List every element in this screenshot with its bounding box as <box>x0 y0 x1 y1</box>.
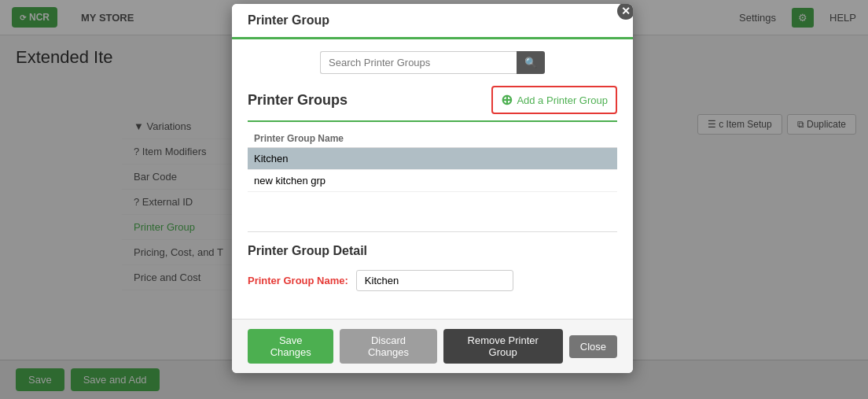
printer-group-name-input[interactable] <box>356 270 513 291</box>
add-icon: ⊕ <box>501 91 513 109</box>
section-divider <box>248 231 617 232</box>
spacer <box>248 200 617 224</box>
search-bar: 🔍 <box>248 51 617 74</box>
printer-group-name-field-row: Printer Group Name: <box>248 270 617 291</box>
add-printer-group-button[interactable]: ⊕ Add a Printer Group <box>491 86 617 114</box>
printer-groups-table: Printer Group Name Kitchen new kitchen g… <box>248 130 617 192</box>
close-icon: ✕ <box>621 4 631 20</box>
search-button[interactable]: 🔍 <box>517 51 545 74</box>
modal-header: Printer Group ✕ <box>232 4 633 39</box>
table-cell-kitchen: Kitchen <box>248 148 617 170</box>
table-row[interactable]: new kitchen grp <box>248 170 617 192</box>
discard-changes-button[interactable]: Discard Changes <box>340 329 436 364</box>
modal-title: Printer Group <box>248 13 329 28</box>
modal-footer: Save Changes Discard Changes Remove Prin… <box>232 319 633 373</box>
table-cell-new-kitchen: new kitchen grp <box>248 170 617 192</box>
section-header: Printer Groups ⊕ Add a Printer Group <box>248 86 617 122</box>
printer-group-name-label: Printer Group Name: <box>248 275 348 286</box>
printer-group-modal: Printer Group ✕ 🔍 Printer Groups ⊕ Add a… <box>232 4 633 373</box>
table-row[interactable]: Kitchen <box>248 148 617 170</box>
close-button[interactable]: Close <box>569 335 617 358</box>
section-title: Printer Groups <box>248 92 348 109</box>
table-header-name: Printer Group Name <box>248 130 617 148</box>
detail-title: Printer Group Detail <box>248 244 617 258</box>
save-changes-button[interactable]: Save Changes <box>248 329 333 364</box>
search-icon: 🔍 <box>524 57 537 68</box>
remove-printer-group-button[interactable]: Remove Printer Group <box>443 329 563 364</box>
modal-body: 🔍 Printer Groups ⊕ Add a Printer Group P… <box>232 39 633 319</box>
add-button-label: Add a Printer Group <box>517 94 608 106</box>
modal-close-button[interactable]: ✕ <box>617 4 633 20</box>
search-input[interactable] <box>320 51 517 74</box>
